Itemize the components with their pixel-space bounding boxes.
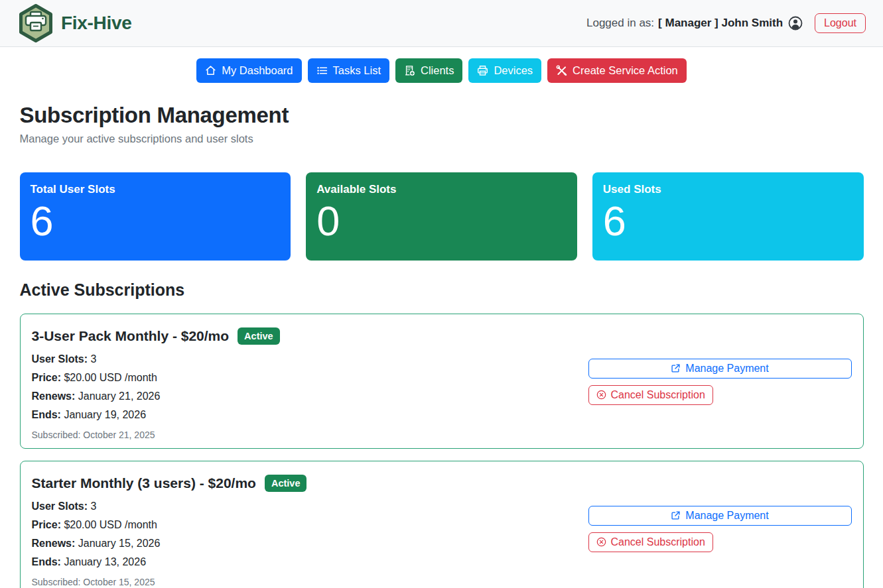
renews-label: Renews: [32,390,76,402]
renews-label: Renews: [32,538,76,549]
subscription-card: Starter Monthly (3 users) - $20/mo Activ… [20,461,864,588]
status-badge: Active [265,475,307,492]
stat-value: 6 [31,198,281,244]
renews-value: January 21, 2026 [78,390,161,402]
house-icon [205,65,216,76]
stat-card-total-user-slots: Total User Slots 6 [20,172,291,261]
status-badge: Active [238,327,280,345]
price-value: $20.00 USD /month [64,519,157,530]
user-slots-value: 3 [90,500,96,512]
list-icon [316,65,328,76]
cancel-subscription-button[interactable]: Cancel Subscription [588,532,713,552]
stat-label: Available Slots [316,183,567,196]
page-subtitle: Manage your active subscriptions and use… [20,133,864,145]
price-value: $20.00 USD /month [64,372,157,383]
nav-devices-button[interactable]: Devices [468,58,541,83]
nav-label: Clients [421,63,454,78]
fix-hive-logo-icon [17,3,54,43]
printer-icon [477,65,488,76]
price-line: Price: $20.00 USD /month [32,519,588,530]
user-slots-line: User Slots: 3 [32,353,588,365]
person-circle-icon [788,16,803,30]
logged-in-user: [ Manager ] John Smith [658,17,783,30]
stats-row: Total User Slots 6 Available Slots 0 Use… [20,172,864,261]
main-nav: My Dashboard Tasks List Cli [0,58,883,83]
subscribed-date: Subscribed: October 15, 2025 [32,577,588,587]
stat-card-used-slots: Used Slots 6 [592,172,864,261]
manage-payment-button[interactable]: Manage Payment [588,359,852,379]
renews-value: January 15, 2026 [78,538,161,549]
manage-payment-button[interactable]: Manage Payment [588,506,852,526]
user-slots-label: User Slots: [32,500,88,512]
manage-payment-label: Manage Payment [685,362,768,375]
page-title: Subscription Management [20,103,864,128]
stat-label: Used Slots [603,183,853,196]
subscription-title: Starter Monthly (3 users) - $20/mo [32,475,256,491]
ends-line: Ends: January 13, 2026 [32,556,588,567]
cancel-subscription-button[interactable]: Cancel Subscription [588,385,713,405]
manage-payment-label: Manage Payment [685,509,768,522]
user-slots-label: User Slots: [32,353,88,365]
nav-label: My Dashboard [222,63,293,78]
logout-button[interactable]: Logout [815,13,866,33]
subscription-title: 3-User Pack Monthly - $20/mo [32,328,230,344]
brand[interactable]: Fix-Hive [17,3,132,43]
nav-tasks-list-button[interactable]: Tasks List [308,58,389,83]
x-circle-icon [596,537,606,547]
ends-line: Ends: January 19, 2026 [32,409,588,420]
stat-label: Total User Slots [31,183,281,196]
x-circle-icon [596,390,606,400]
renews-line: Renews: January 21, 2026 [32,390,588,402]
stat-value: 6 [603,198,853,244]
ends-value: January 13, 2026 [64,556,146,567]
stat-value: 0 [316,198,567,244]
subscription-card: 3-User Pack Monthly - $20/mo Active User… [20,314,864,449]
renews-line: Renews: January 15, 2026 [32,538,588,549]
cancel-subscription-label: Cancel Subscription [611,388,705,402]
tools-icon [556,65,567,76]
subscribed-date: Subscribed: October 21, 2025 [32,430,588,440]
ends-label: Ends: [32,556,61,567]
nav-label: Devices [494,63,533,78]
nav-my-dashboard-button[interactable]: My Dashboard [196,58,301,83]
external-link-icon [671,363,681,373]
external-link-icon [671,510,681,520]
brand-name: Fix-Hive [61,13,132,34]
nav-create-service-action-button[interactable]: Create Service Action [547,58,687,83]
price-label: Price: [32,519,61,530]
logged-in-prefix: Logged in as: [586,17,654,30]
logged-in-status: Logged in as: [ Manager ] John Smith [586,16,803,30]
user-slots-line: User Slots: 3 [32,500,588,512]
price-label: Price: [32,372,61,383]
nav-label: Tasks List [333,63,381,78]
building-add-icon [404,65,415,76]
nav-label: Create Service Action [573,63,678,78]
user-slots-value: 3 [90,353,96,365]
active-subscriptions-heading: Active Subscriptions [20,280,864,300]
stat-card-available-slots: Available Slots 0 [306,172,577,261]
ends-label: Ends: [32,409,61,420]
app-header: Fix-Hive Logged in as: [ Manager ] John … [0,0,883,47]
price-line: Price: $20.00 USD /month [32,372,588,383]
ends-value: January 19, 2026 [64,409,146,420]
nav-clients-button[interactable]: Clients [395,58,462,83]
page-content: Subscription Management Manage your acti… [20,103,864,588]
cancel-subscription-label: Cancel Subscription [611,536,705,549]
